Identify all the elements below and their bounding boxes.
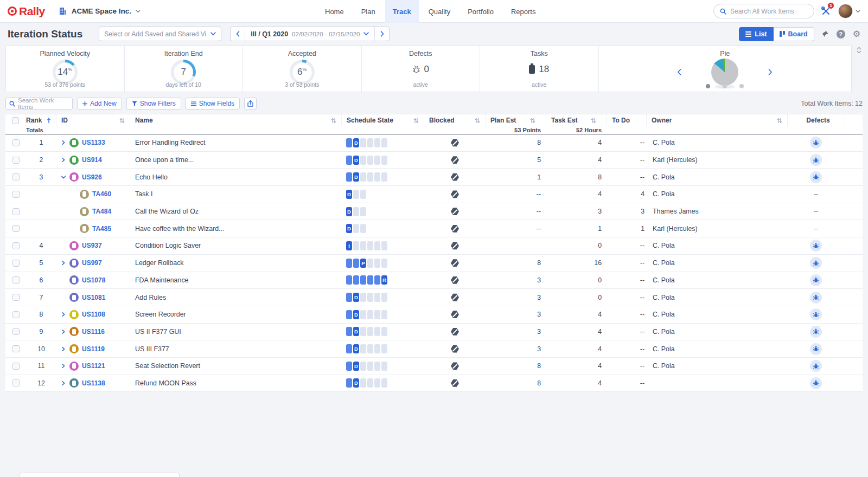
work-item-name[interactable]: Seat Selection Revert	[130, 362, 342, 370]
schedule-state-pill[interactable]	[360, 138, 366, 147]
schedule-state-pill[interactable]	[346, 259, 352, 268]
schedule-state-pill[interactable]	[353, 241, 359, 250]
blocked-icon[interactable]	[451, 276, 459, 284]
task-est-value[interactable]: 4	[546, 139, 607, 146]
task-est-value[interactable]: 3	[546, 208, 607, 215]
defects-bug-icon[interactable]	[810, 137, 822, 149]
blocked-icon[interactable]	[451, 208, 459, 216]
work-item-id-link[interactable]: TA460	[92, 190, 111, 198]
work-item-id-link[interactable]: TA484	[92, 208, 111, 215]
schedule-state-pill[interactable]	[353, 275, 359, 285]
nav-item-plan[interactable]: Plan	[354, 0, 383, 23]
next-iteration-button[interactable]	[375, 27, 389, 41]
blocked-icon[interactable]	[451, 156, 459, 164]
work-item-name[interactable]: Echo Hello	[130, 173, 342, 181]
expand-chevron-icon[interactable]	[61, 157, 66, 163]
schedule-state-pill-active[interactable]: D	[353, 344, 359, 353]
schedule-state-pill-active[interactable]: D	[353, 293, 359, 302]
show-fields-button[interactable]: Show Fields	[186, 98, 240, 109]
row-checkbox[interactable]	[12, 157, 20, 164]
blocked-icon[interactable]	[451, 345, 459, 353]
todo-value[interactable]: --	[607, 362, 647, 370]
defects-bug-icon[interactable]	[810, 326, 822, 338]
work-item-id-link[interactable]: US997	[82, 259, 102, 267]
schedule-state-pill[interactable]	[367, 378, 373, 388]
todo-value[interactable]: --	[607, 276, 647, 284]
carousel-prev-icon[interactable]	[677, 69, 681, 75]
sort-icon[interactable]	[777, 118, 782, 124]
defects-bug-icon[interactable]	[810, 274, 822, 286]
schedule-state-pill[interactable]	[381, 310, 387, 319]
work-item-name[interactable]: Error Handling Redirect	[130, 139, 342, 146]
carousel-next-icon[interactable]	[768, 69, 773, 75]
plan-est-value[interactable]: 3	[486, 328, 546, 336]
row-checkbox[interactable]	[12, 173, 20, 181]
nav-item-portfolio[interactable]: Portfolio	[460, 0, 501, 23]
nav-item-reports[interactable]: Reports	[503, 0, 544, 23]
task-est-value[interactable]: 0	[546, 242, 607, 249]
todo-value[interactable]: 1	[607, 225, 647, 233]
row-checkbox[interactable]	[12, 345, 20, 352]
schedule-state-pill[interactable]	[367, 275, 373, 285]
work-item-id-link[interactable]: US1119	[82, 345, 105, 353]
work-item-id-link[interactable]: US914	[82, 156, 102, 164]
owner-value[interactable]: Karl (Hercules)	[647, 156, 788, 164]
schedule-state-pill-active[interactable]: D	[346, 190, 352, 199]
row-checkbox[interactable]	[12, 379, 20, 386]
schedule-state-pill[interactable]	[374, 172, 380, 182]
schedule-state-pill[interactable]	[374, 156, 380, 165]
owner-value[interactable]: C. Pola	[647, 139, 788, 146]
user-menu[interactable]	[838, 4, 860, 18]
schedule-state-pill[interactable]	[360, 241, 366, 250]
owner-value[interactable]: Karl (Hercules)	[647, 225, 788, 233]
band-scroll-handle[interactable]	[857, 47, 861, 54]
schedule-state-pill[interactable]	[360, 293, 366, 302]
schedule-state-pill[interactable]	[367, 362, 373, 371]
work-items-search-input[interactable]: Search Work Items	[5, 98, 73, 109]
blocked-icon[interactable]	[451, 293, 459, 301]
schedule-state-pill[interactable]	[360, 362, 366, 371]
plan-est-value[interactable]: 8	[486, 139, 546, 146]
schedule-state-pill-active[interactable]: R	[381, 275, 387, 285]
schedule-state-pill[interactable]	[381, 378, 387, 388]
plan-est-value[interactable]: 8	[486, 362, 546, 370]
work-item-id-link[interactable]: US926	[82, 173, 102, 181]
schedule-state-pill[interactable]	[367, 241, 373, 250]
work-item-id-link[interactable]: US1116	[82, 328, 105, 336]
row-checkbox[interactable]	[12, 294, 20, 301]
work-item-id-link[interactable]: US937	[82, 242, 102, 249]
schedule-state-pill[interactable]	[367, 327, 373, 336]
schedule-state-pill[interactable]	[353, 190, 359, 199]
owner-value[interactable]: Thames James	[647, 208, 788, 215]
nav-item-quality[interactable]: Quality	[421, 0, 458, 23]
schedule-state-pill[interactable]	[346, 156, 352, 165]
task-est-value[interactable]: 4	[546, 190, 607, 198]
sort-icon[interactable]	[331, 118, 336, 124]
defects-bug-icon[interactable]	[810, 377, 822, 389]
sort-icon[interactable]	[475, 118, 480, 124]
schedule-state-pill[interactable]	[346, 293, 352, 302]
work-item-id-link[interactable]: TA485	[92, 225, 111, 233]
sort-icon[interactable]	[530, 118, 535, 124]
blocked-icon[interactable]	[451, 379, 459, 387]
expand-chevron-icon[interactable]	[61, 381, 66, 386]
defects-bug-icon[interactable]	[810, 171, 822, 183]
column-header-id[interactable]: ID	[56, 114, 130, 126]
work-item-id-link[interactable]: US1133	[82, 139, 105, 146]
saved-views-dropdown[interactable]: Select or Add Saved and Shared Views	[99, 27, 221, 41]
schedule-state-pill[interactable]	[360, 172, 366, 182]
defects-bug-icon[interactable]	[810, 360, 822, 372]
defects-bug-icon[interactable]	[810, 154, 822, 166]
schedule-state-pill[interactable]	[381, 362, 387, 371]
row-checkbox[interactable]	[12, 363, 20, 370]
plan-est-value[interactable]: 8	[486, 379, 546, 387]
schedule-state-pill[interactable]	[360, 344, 366, 353]
row-checkbox[interactable]	[12, 242, 20, 249]
schedule-state-pill[interactable]	[346, 172, 352, 182]
todo-value[interactable]: --	[607, 156, 647, 164]
schedule-state-pill[interactable]	[360, 207, 366, 216]
task-est-value[interactable]: 8	[546, 173, 607, 181]
column-header-defects[interactable]: Defects	[788, 114, 844, 126]
task-est-value[interactable]: 4	[546, 362, 607, 370]
blocked-icon[interactable]	[451, 259, 459, 267]
